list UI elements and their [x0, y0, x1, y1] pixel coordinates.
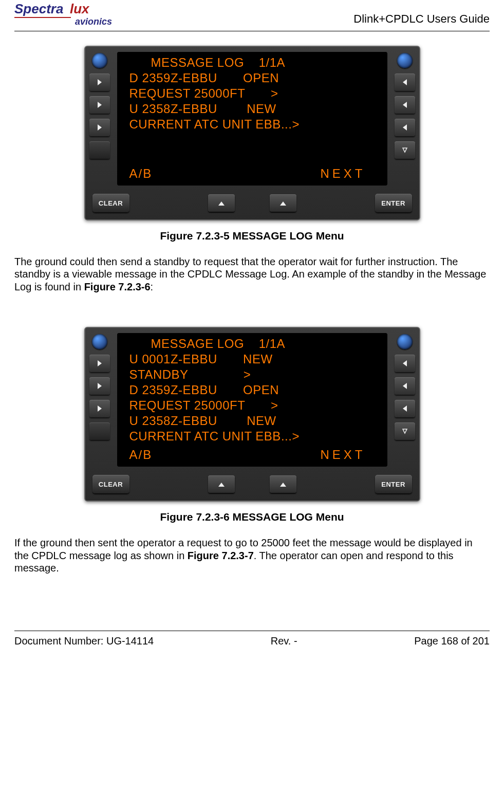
- screen-line: U 0001Z-EBBU NEW: [129, 352, 382, 367]
- clear-button[interactable]: CLEAR: [92, 475, 129, 493]
- left-button-column: [85, 328, 114, 470]
- screen-line: REQUEST 25000FT >: [129, 86, 382, 101]
- arrow-up-right-button[interactable]: [270, 475, 296, 493]
- right-button-column: [390, 47, 419, 189]
- figure-caption-1: Figure 7.2.3-5 MESSAGE LOG Menu: [14, 230, 490, 242]
- screen-line: CURRENT ATC UNIT EBB...>: [129, 429, 382, 444]
- screen-line: U 2358Z-EBBU NEW: [129, 413, 382, 429]
- body-paragraph-1: The ground could then send a standby to …: [14, 255, 490, 293]
- lsk-r1[interactable]: [395, 355, 415, 372]
- lsk-r4-open[interactable]: [395, 422, 415, 440]
- screen-line: CURRENT ATC UNIT EBB...>: [129, 117, 382, 132]
- cpdlc-device-figure-2: MESSAGE LOG 1/1A U 0001Z-EBBU NEW STANDB…: [84, 327, 420, 502]
- screen-title: MESSAGE LOG 1/1A: [151, 55, 382, 70]
- display-screen: MESSAGE LOG 1/1A U 0001Z-EBBU NEW STANDB…: [117, 333, 387, 467]
- screen-line: REQUEST 25000FT >: [129, 398, 382, 413]
- softkey-ab: A/B: [129, 447, 153, 463]
- svg-text:avionics: avionics: [75, 16, 112, 27]
- softkey-next: NEXT: [320, 447, 365, 463]
- arrow-up-right-button[interactable]: [270, 194, 296, 212]
- footer-revision: Rev. -: [271, 635, 297, 647]
- softkey-ab: A/B: [129, 166, 153, 181]
- spectralux-logo: Spectra lux avionics: [14, 2, 127, 28]
- arrow-up-left-button[interactable]: [208, 475, 235, 493]
- lsk-l1[interactable]: [89, 73, 110, 91]
- screen-title: MESSAGE LOG 1/1A: [151, 336, 382, 352]
- brightness-knob-left[interactable]: [92, 334, 107, 349]
- lsk-l2[interactable]: [89, 377, 110, 395]
- right-button-column: [390, 328, 419, 470]
- lsk-l4-blank[interactable]: [89, 141, 110, 159]
- doc-title: Dlink+CPDLC Users Guide: [353, 12, 490, 28]
- brightness-knob-right[interactable]: [397, 53, 413, 68]
- clear-button[interactable]: CLEAR: [92, 194, 129, 212]
- figure-caption-2: Figure 7.2.3-6 MESSAGE LOG Menu: [14, 511, 490, 523]
- page-header: Spectra lux avionics Dlink+CPDLC Users G…: [14, 0, 490, 31]
- enter-button[interactable]: ENTER: [375, 475, 412, 493]
- brightness-knob-right[interactable]: [397, 334, 413, 349]
- footer-page-number: Page 168 of 201: [414, 635, 490, 647]
- svg-text:lux: lux: [70, 2, 90, 16]
- screen-line: U 2358Z-EBBU NEW: [129, 101, 382, 117]
- lsk-r2[interactable]: [395, 377, 415, 395]
- lsk-r3[interactable]: [395, 119, 415, 136]
- softkey-next: NEXT: [320, 166, 365, 181]
- enter-button[interactable]: ENTER: [375, 194, 412, 212]
- screen-line: D 2359Z-EBBU OPEN: [129, 70, 382, 86]
- arrow-up-left-button[interactable]: [208, 194, 235, 212]
- lsk-r4-open[interactable]: [395, 141, 415, 159]
- lsk-r1[interactable]: [395, 73, 415, 91]
- lsk-l2[interactable]: [89, 96, 110, 114]
- screen-line: D 2359Z-EBBU OPEN: [129, 382, 382, 398]
- svg-text:Spectra: Spectra: [14, 2, 63, 16]
- lsk-l3[interactable]: [89, 400, 110, 417]
- lsk-l4-blank[interactable]: [89, 422, 110, 440]
- footer-doc-number: Document Number: UG-14114: [14, 635, 154, 647]
- display-screen: MESSAGE LOG 1/1A D 2359Z-EBBU OPEN REQUE…: [117, 52, 387, 186]
- cpdlc-device-figure-1: MESSAGE LOG 1/1A D 2359Z-EBBU OPEN REQUE…: [84, 46, 420, 220]
- screen-line: STANDBY >: [129, 367, 382, 382]
- lsk-l1[interactable]: [89, 355, 110, 372]
- page-footer: Document Number: UG-14114 Rev. - Page 16…: [14, 631, 490, 647]
- lsk-r2[interactable]: [395, 96, 415, 114]
- lsk-r3[interactable]: [395, 400, 415, 417]
- body-paragraph-2: If the ground then sent the operator a r…: [14, 537, 490, 574]
- brightness-knob-left[interactable]: [92, 53, 107, 68]
- lsk-l3[interactable]: [89, 119, 110, 136]
- left-button-column: [85, 47, 114, 189]
